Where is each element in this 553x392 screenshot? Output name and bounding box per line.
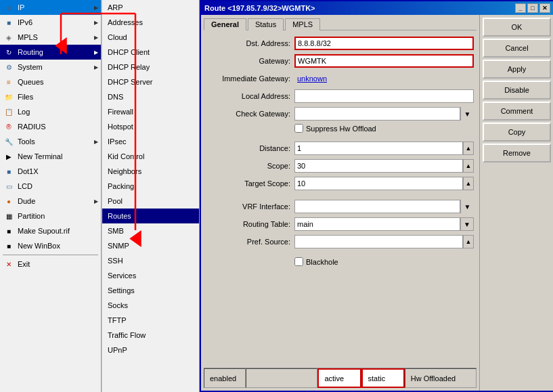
sidebar-item-system[interactable]: ⚙ System ▶ <box>0 60 101 74</box>
submenu-item-dhcp-server[interactable]: DHCP Server <box>102 74 199 89</box>
submenu-item-dhcp-relay[interactable]: DHCP Relay <box>102 60 199 74</box>
tab-general[interactable]: General <box>204 18 246 30</box>
sidebar-item-tools[interactable]: 🔧 Tools ▶ <box>0 134 101 149</box>
dst-address-input[interactable] <box>294 37 474 50</box>
scope-input[interactable] <box>294 159 463 173</box>
submenu-item-dns[interactable]: DNS <box>102 89 199 104</box>
tab-mpls[interactable]: MPLS <box>285 18 320 30</box>
submenu-item-routes[interactable]: Routes <box>102 209 199 223</box>
submenu-item-snmp[interactable]: SNMP <box>102 238 199 253</box>
sidebar-item-mpls[interactable]: ◈ MPLS ▶ <box>0 30 101 45</box>
routing-icon: ↻ <box>3 46 15 58</box>
target-scope-spinner: ▲ <box>294 177 474 190</box>
dot1x-icon: ■ <box>3 165 15 177</box>
sidebar-item-partition[interactable]: ▦ Partition <box>0 209 101 223</box>
sidebar-item-exit[interactable]: ✕ Exit <box>0 257 101 271</box>
submenu-item-firewall[interactable]: Firewall <box>102 104 199 119</box>
immediate-gateway-link[interactable]: unknown <box>297 74 327 83</box>
target-scope-up-button[interactable]: ▲ <box>463 177 474 190</box>
scope-up-button[interactable]: ▲ <box>463 159 474 173</box>
submenu-item-label: Cloud <box>108 33 127 41</box>
sidebar-item-ip[interactable]: ■ IP ▶ <box>0 0 101 15</box>
local-address-input[interactable] <box>294 89 474 103</box>
submenu-item-services[interactable]: Services <box>102 268 199 283</box>
route-dialog: Route <197.85.7.9/32>WGMTK> _ □ ✕ Genera… <box>200 0 553 392</box>
comment-button[interactable]: Comment <box>483 102 551 121</box>
pref-source-input[interactable] <box>294 235 463 248</box>
submenu-item-label: SMB <box>108 227 124 235</box>
submenu-item-cloud[interactable]: Cloud <box>102 30 199 45</box>
sidebar-item-label: New Terminal <box>18 152 98 160</box>
maximize-button[interactable]: □ <box>527 3 538 13</box>
submenu-item-hotspot[interactable]: Hotspot <box>102 119 199 134</box>
arrow-icon: ▶ <box>94 20 98 26</box>
sidebar-item-routing[interactable]: ↻ Routing ▶ <box>0 45 101 60</box>
arrow-icon: ▶ <box>94 139 98 145</box>
sidebar-item-lcd[interactable]: ▭ LCD <box>0 179 101 194</box>
submenu-item-traffic-flow[interactable]: Traffic Flow <box>102 328 199 343</box>
sidebar-item-label: LCD <box>18 182 98 190</box>
check-gateway-dropdown[interactable]: ▼ <box>460 107 474 121</box>
submenu-item-arp[interactable]: ARP <box>102 0 199 15</box>
arrow-icon: ▶ <box>94 64 98 70</box>
disable-button[interactable]: Disable <box>483 81 551 100</box>
sidebar-item-queues[interactable]: ≡ Queues <box>0 74 101 89</box>
copy-button[interactable]: Copy <box>483 123 551 141</box>
sidebar-item-label: MPLS <box>18 33 94 41</box>
apply-button[interactable]: Apply <box>483 60 551 79</box>
sidebar-item-new-terminal[interactable]: ▶ New Terminal <box>0 149 101 164</box>
submenu-item-ipsec[interactable]: IPsec <box>102 134 199 149</box>
minimize-button[interactable]: _ <box>515 3 526 13</box>
arrow-icon: ▶ <box>94 35 98 41</box>
suppress-hw-checkbox[interactable] <box>294 124 303 133</box>
sidebar-item-log[interactable]: 📋 Log <box>0 104 101 119</box>
sidebar-item-make-supout[interactable]: ■ Make Supout.rif <box>0 223 101 238</box>
submenu-item-socks[interactable]: Socks <box>102 298 199 313</box>
remove-button[interactable]: Remove <box>483 144 551 162</box>
submenu-item-label: Settings <box>108 286 135 295</box>
immediate-gateway-row: Immediate Gateway: unknown <box>206 71 474 86</box>
submenu-item-addresses[interactable]: Addresses <box>102 15 199 30</box>
distance-up-button[interactable]: ▲ <box>463 141 474 155</box>
submenu-item-upnp[interactable]: UPnP <box>102 343 199 357</box>
submenu-item-packing[interactable]: Packing <box>102 179 199 194</box>
tab-status[interactable]: Status <box>248 18 284 30</box>
target-scope-input[interactable] <box>294 177 463 190</box>
check-gateway-input[interactable] <box>294 107 460 121</box>
new-winbox-icon: ■ <box>3 240 15 252</box>
sidebar-item-radius[interactable]: ® RADIUS <box>0 119 101 134</box>
sidebar-item-label: Partition <box>18 212 98 220</box>
submenu-item-smb[interactable]: SMB <box>102 223 199 238</box>
sidebar-item-files[interactable]: 📁 Files <box>0 89 101 104</box>
submenu-item-tftp[interactable]: TFTP <box>102 313 199 328</box>
submenu-item-neighbors[interactable]: Neighbors <box>102 164 199 179</box>
routing-table-input[interactable] <box>294 217 460 231</box>
status-enabled: enabled <box>204 368 246 388</box>
vrf-interface-dropdown[interactable]: ▼ <box>460 200 474 213</box>
distance-input[interactable] <box>294 141 463 155</box>
sidebar-item-label: Log <box>18 108 98 116</box>
submenu-item-ssh[interactable]: SSH <box>102 253 199 268</box>
lcd-icon: ▭ <box>3 180 15 192</box>
submenu-item-kid-control[interactable]: Kid Control <box>102 149 199 164</box>
submenu-item-settings[interactable]: Settings <box>102 283 199 298</box>
routing-table-row: Routing Table: ▼ <box>206 217 474 232</box>
vrf-interface-input[interactable] <box>294 200 460 213</box>
ok-button[interactable]: OK <box>483 18 551 37</box>
sidebar-item-ipv6[interactable]: ■ IPv6 ▶ <box>0 15 101 30</box>
sidebar-item-new-winbox[interactable]: ■ New WinBox <box>0 238 101 253</box>
partition-icon: ▦ <box>3 210 15 222</box>
make-supout-icon: ■ <box>3 225 15 237</box>
submenu-item-dhcp-client[interactable]: DHCP Client <box>102 45 199 60</box>
sidebar-item-dude[interactable]: ● Dude ▶ <box>0 194 101 209</box>
sidebar-item-dot1x[interactable]: ■ Dot1X <box>0 164 101 179</box>
close-button[interactable]: ✕ <box>539 3 550 13</box>
blackhole-checkbox[interactable] <box>294 257 303 266</box>
routing-table-dropdown[interactable]: ▼ <box>460 217 474 231</box>
gateway-input[interactable] <box>294 54 474 68</box>
dialog-sidebar-buttons: OK Cancel Apply Disable Comment Copy Rem… <box>479 15 553 391</box>
cancel-button[interactable]: Cancel <box>483 39 551 58</box>
submenu-item-pool[interactable]: Pool <box>102 194 199 209</box>
gateway-label: Gateway: <box>206 57 294 65</box>
pref-source-up-button[interactable]: ▲ <box>463 235 474 248</box>
